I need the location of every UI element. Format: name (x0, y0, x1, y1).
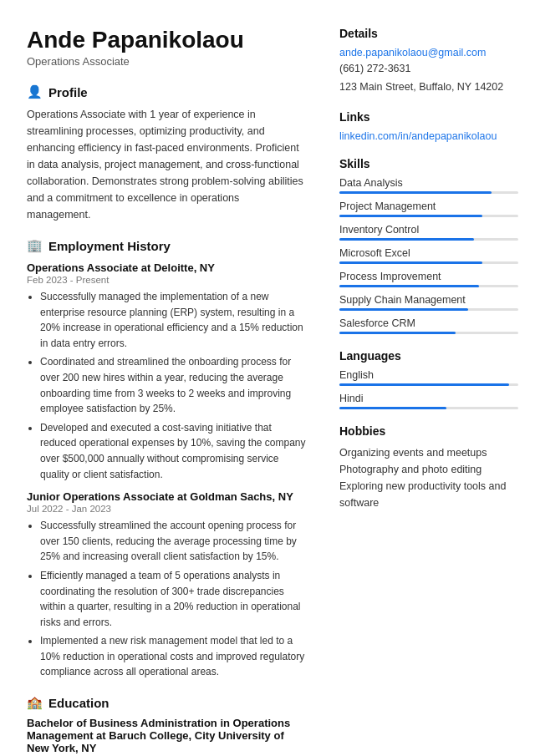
skill-bar-bg-5 (339, 308, 518, 311)
links-heading: Links (339, 110, 518, 124)
skill-bar-fill-5 (339, 308, 468, 311)
bullet-0-0: Successfully managed the implementation … (40, 289, 306, 351)
skill-name-1: Project Management (339, 200, 518, 212)
phone-text: (661) 272-3631 (339, 61, 518, 77)
skill-bar-fill-3 (339, 261, 482, 264)
right-column: Details ande.papanikolaou@gmail.com (661… (326, 27, 535, 756)
education-heading: 🏫 Education (27, 695, 306, 710)
employment-icon: 🏢 (27, 238, 43, 253)
lang-name-1: Hindi (339, 393, 518, 404)
email-link[interactable]: ande.papanikolaou@gmail.com (339, 47, 518, 58)
skill-name-4: Process Improvement (339, 271, 518, 282)
education-icon: 🏫 (27, 695, 43, 710)
skill-bar-bg-0 (339, 191, 518, 194)
skill-name-6: Salesforce CRM (339, 317, 518, 329)
links-section: Links linkedin.com/in/andepapanikolaou (339, 110, 518, 142)
hobby-2: Exploring new productivity tools and sof… (339, 478, 518, 511)
languages-heading: Languages (339, 349, 518, 363)
job-title: Operations Associate (27, 55, 306, 68)
profile-heading: 👤 Profile (27, 84, 306, 99)
skill-bar-fill-1 (339, 215, 482, 217)
bullet-1-0: Successfully streamlined the account ope… (40, 518, 306, 565)
skill-5: Supply Chain Management (339, 294, 518, 311)
skill-bar-bg-1 (339, 215, 518, 217)
skill-bar-bg-4 (339, 285, 518, 287)
profile-icon: 👤 (27, 84, 43, 99)
bullet-1-2: Implemented a new risk management model … (40, 633, 306, 680)
header-section: Ande Papanikolaou Operations Associate (27, 27, 306, 68)
employment-heading: 🏢 Employment History (27, 238, 306, 253)
job-title-1: Junior Operations Associate at Goldman S… (27, 490, 306, 503)
profile-section: 👤 Profile Operations Associate with 1 ye… (27, 84, 306, 223)
degree-title: Bachelor of Business Administration in O… (27, 717, 306, 754)
lang-bar-fill-1 (339, 407, 446, 409)
skill-4: Process Improvement (339, 271, 518, 287)
profile-text: Operations Associate with 1 year of expe… (27, 106, 306, 223)
skill-name-0: Data Analysis (339, 177, 518, 189)
job-bullets-0: Successfully managed the implementation … (27, 289, 306, 482)
skill-bar-fill-2 (339, 238, 474, 241)
lang-1: Hindi (339, 393, 518, 409)
hobby-0: Organizing events and meetups (339, 444, 518, 461)
details-heading: Details (339, 27, 518, 40)
lang-bar-fill-0 (339, 383, 509, 386)
skill-name-2: Inventory Control (339, 224, 518, 236)
address-text: 123 Main Street, Buffalo, NY 14202 (339, 79, 518, 95)
skill-name-5: Supply Chain Management (339, 294, 518, 306)
linkedin-link[interactable]: linkedin.com/in/andepapanikolaou (339, 130, 518, 142)
skill-name-3: Microsoft Excel (339, 247, 518, 259)
skill-bar-fill-0 (339, 191, 492, 194)
job-date-0: Feb 2023 - Present (27, 275, 306, 285)
details-section: Details ande.papanikolaou@gmail.com (661… (339, 27, 518, 95)
job-title-0: Operations Associate at Deloitte, NY (27, 261, 306, 274)
job-date-1: Jul 2022 - Jan 2023 (27, 504, 306, 514)
skill-0: Data Analysis (339, 177, 518, 194)
job-item-0: Operations Associate at Deloitte, NY Feb… (27, 261, 306, 482)
skill-bar-bg-2 (339, 238, 518, 241)
bullet-0-2: Developed and executed a cost-saving ini… (40, 420, 306, 482)
hobbies-heading: Hobbies (339, 424, 518, 438)
education-section: 🏫 Education Bachelor of Business Adminis… (27, 695, 306, 756)
lang-bar-bg-1 (339, 407, 518, 409)
skill-bar-fill-4 (339, 285, 479, 287)
hobby-1: Photography and photo editing (339, 461, 518, 478)
bullet-0-1: Coordinated and streamlined the onboardi… (40, 354, 306, 416)
bullet-1-1: Efficiently managed a team of 5 operatio… (40, 568, 306, 630)
skill-1: Project Management (339, 200, 518, 217)
skill-3: Microsoft Excel (339, 247, 518, 264)
job-item-1: Junior Operations Associate at Goldman S… (27, 490, 306, 680)
lang-0: English (339, 369, 518, 386)
lang-name-0: English (339, 369, 518, 381)
languages-section: Languages English Hindi (339, 349, 518, 409)
full-name: Ande Papanikolaou (27, 27, 306, 53)
lang-bar-bg-0 (339, 383, 518, 386)
skill-2: Inventory Control (339, 224, 518, 241)
employment-section: 🏢 Employment History Operations Associat… (27, 238, 306, 680)
hobbies-section: Hobbies Organizing events and meetups Ph… (339, 424, 518, 511)
left-column: Ande Papanikolaou Operations Associate 👤… (0, 27, 326, 756)
skill-bar-bg-3 (339, 261, 518, 264)
skill-bar-bg-6 (339, 332, 518, 334)
skill-bar-fill-6 (339, 332, 456, 334)
skills-heading: Skills (339, 157, 518, 170)
job-bullets-1: Successfully streamlined the account ope… (27, 518, 306, 680)
skill-6: Salesforce CRM (339, 317, 518, 334)
skills-section: Skills Data Analysis Project Management … (339, 157, 518, 334)
